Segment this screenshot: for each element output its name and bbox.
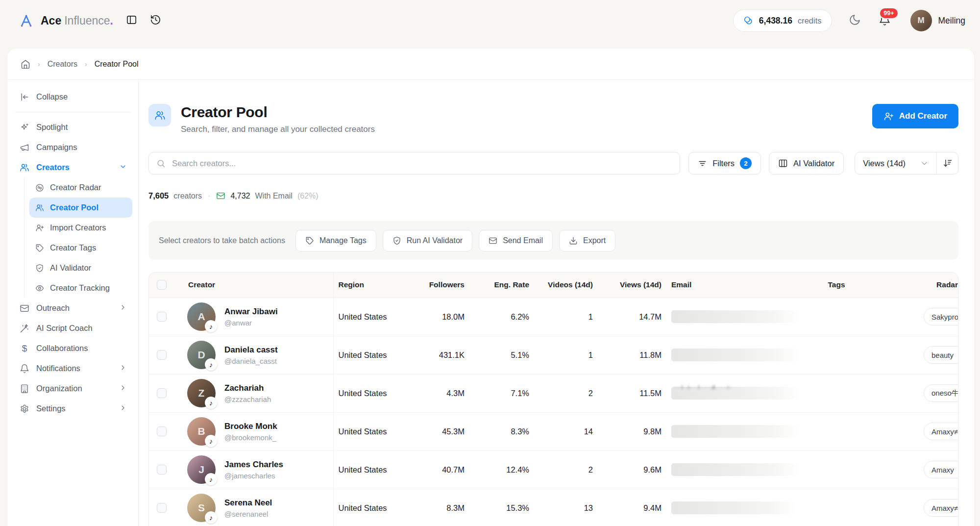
filters-button[interactable]: Filters 2: [688, 152, 761, 175]
collapse-icon: [20, 92, 29, 102]
history-button[interactable]: [150, 14, 161, 27]
collapse-button[interactable]: Collapse: [14, 87, 132, 107]
dark-mode-toggle[interactable]: [849, 14, 861, 27]
sidebar-item-creators[interactable]: Creators: [14, 157, 132, 177]
notifications-button[interactable]: 99+: [879, 14, 891, 28]
sort-field-select[interactable]: Views (14d): [855, 152, 936, 174]
export-button[interactable]: Export: [559, 230, 615, 251]
tags-cell: [800, 336, 873, 374]
radar-pill[interactable]: Amaxy≠: [924, 499, 958, 517]
radar-pill[interactable]: Sakypro: [924, 308, 958, 326]
sidebar-item-outreach[interactable]: Outreach: [14, 298, 132, 318]
search-input[interactable]: [171, 158, 672, 169]
views-cell: 9.6M: [594, 451, 662, 489]
region-cell: United States: [333, 336, 403, 374]
radar-pill[interactable]: Amaxy: [924, 461, 958, 478]
column-header-tags[interactable]: Tags: [800, 273, 873, 298]
row-checkbox[interactable]: [157, 426, 167, 436]
column-header-eng-rate[interactable]: Eng. Rate: [466, 273, 530, 298]
sidebar-item-spotlight[interactable]: Spotlight: [14, 117, 132, 137]
creator-cell[interactable]: D♪Daniela casst@daniela_casst: [172, 341, 333, 369]
sidebar-toggle-button[interactable]: [126, 14, 137, 27]
breadcrumb-separator: ›: [85, 60, 87, 68]
wand-icon: [20, 324, 29, 333]
column-header-followers[interactable]: Followers: [403, 273, 466, 298]
sidebar-item-organization[interactable]: Organization: [14, 378, 132, 399]
email-redacted: [671, 501, 800, 514]
credits-value: 6,438.16: [759, 16, 792, 26]
views-cell: 9.4M: [594, 489, 662, 526]
sidebar-item-settings[interactable]: Settings: [14, 399, 132, 419]
creator-cell[interactable]: J♪James Charles@jamescharles: [172, 455, 333, 484]
column-header-creator[interactable]: Creator: [172, 273, 333, 298]
row-checkbox[interactable]: [157, 465, 167, 475]
sidebar-item-label: AI Validator: [50, 263, 91, 273]
user-menu[interactable]: M Meiling: [910, 10, 965, 31]
sort-direction-button[interactable]: [936, 152, 958, 174]
send-email-button[interactable]: Send Email: [479, 230, 553, 251]
creator-name: Serena Neel: [224, 498, 272, 508]
select-all-checkbox[interactable]: [157, 280, 167, 290]
column-header-region[interactable]: Region: [333, 273, 403, 298]
sidebar-item-import-creators[interactable]: Import Creators: [29, 218, 132, 238]
radar-cell: Sakypro: [873, 298, 958, 336]
megaphone-icon: [20, 143, 29, 152]
sidebar-item-creator-pool[interactable]: Creator Pool: [29, 198, 132, 218]
row-checkbox[interactable]: [157, 503, 167, 513]
email-redacted: [671, 349, 800, 361]
avatar: A♪: [187, 302, 216, 331]
row-checkbox[interactable]: [157, 388, 167, 398]
breadcrumb-creators[interactable]: Creators: [48, 60, 77, 69]
views-cell: 11.5M: [594, 374, 662, 412]
radar-cell: Amaxy≠: [873, 489, 958, 526]
sidebar-divider: [15, 112, 131, 112]
row-checkbox[interactable]: [157, 312, 167, 322]
column-header-views[interactable]: Views (14d): [594, 273, 662, 298]
radar-pill[interactable]: oneso牛: [924, 384, 958, 402]
column-header-radar[interactable]: Radar: [873, 273, 958, 298]
creator-cell[interactable]: B♪Brooke Monk@brookemonk_: [172, 417, 333, 446]
notification-badge: 99+: [879, 7, 898, 19]
bell-icon: [20, 364, 29, 374]
creator-handle: @brookemonk_: [224, 433, 277, 442]
table-row: A♪Anwar Jibawi@anwarUnited States18.0M6.…: [149, 298, 958, 336]
search-box: [148, 152, 680, 175]
chevron-down-icon: [119, 163, 127, 171]
sidebar: Collapse SpotlightCampaignsCreatorsCreat…: [7, 80, 139, 526]
sidebar-item-ai-script-coach[interactable]: AI Script Coach: [14, 318, 132, 338]
home-icon[interactable]: [21, 59, 30, 69]
tiktok-icon: ♪: [205, 435, 217, 447]
users-icon: [20, 163, 29, 173]
sidebar-item-campaigns[interactable]: Campaigns: [14, 137, 132, 157]
sidebar-item-creator-radar[interactable]: Creator Radar: [29, 177, 132, 198]
creator-cell[interactable]: S♪Serena Neel@serenaneel: [172, 494, 333, 522]
manage-tags-button[interactable]: Manage Tags: [295, 230, 376, 251]
filters-count-badge: 2: [740, 157, 752, 169]
credits-pill[interactable]: 6,438.16 credits: [733, 9, 832, 32]
batch-button-label: Send Email: [503, 236, 543, 245]
eng-rate-cell: 8.3%: [466, 412, 530, 451]
avatar: J♪: [187, 455, 216, 484]
creator-cell[interactable]: Z♪Zachariah@zzzachariah: [172, 379, 333, 407]
email-count: 4,732: [230, 192, 250, 200]
sidebar-item-ai-validator[interactable]: AI Validator: [29, 258, 132, 278]
avatar: B♪: [187, 417, 216, 446]
followers-cell: 18.0M: [403, 298, 466, 336]
add-creator-button[interactable]: Add Creator: [872, 104, 958, 128]
creator-cell[interactable]: A♪Anwar Jibawi@anwar: [172, 302, 333, 331]
sidebar-item-notifications[interactable]: Notifications: [14, 358, 132, 378]
sidebar-item-creator-tracking[interactable]: Creator Tracking: [29, 278, 132, 298]
radar-pill[interactable]: Amaxy≠: [924, 423, 958, 440]
sidebar-item-label: Import Creators: [50, 223, 106, 232]
radar-pill[interactable]: beauty: [924, 346, 958, 364]
sidebar-item-creator-tags[interactable]: Creator Tags: [29, 238, 132, 258]
ai-validator-button[interactable]: AI Validator: [769, 152, 844, 175]
mail-icon: [20, 303, 29, 313]
column-header-email[interactable]: Email: [662, 273, 800, 298]
region-cell: United States: [333, 298, 403, 336]
row-checkbox[interactable]: [157, 350, 167, 360]
column-header-videos[interactable]: Videos (14d): [530, 273, 594, 298]
sidebar-item-label: Notifications: [36, 364, 80, 373]
sidebar-item-collaborations[interactable]: $Collaborations: [14, 338, 132, 358]
run-ai-validator-button[interactable]: Run AI Validator: [383, 230, 472, 251]
